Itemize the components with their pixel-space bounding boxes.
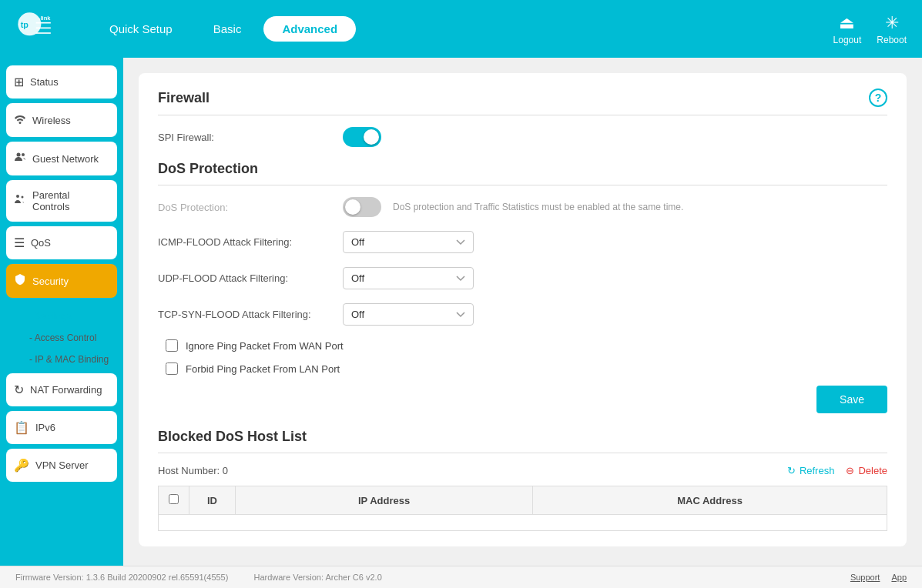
status-icon: ⊞: [14, 75, 24, 89]
sidebar-item-wireless[interactable]: Wireless: [6, 103, 117, 137]
firewall-section: Firewall ? SPI Firewall:: [158, 89, 887, 147]
delete-label: Delete: [858, 465, 887, 476]
forbid-ping-label: Forbid Ping Packet From LAN Port: [186, 363, 340, 375]
svg-point-9: [22, 196, 24, 199]
reboot-icon: ✳: [885, 13, 899, 33]
logout-button[interactable]: ⏏ Logout: [833, 13, 862, 45]
host-number-label: Host Number:: [158, 465, 220, 476]
sidebar-item-parental-label: Parental Controls: [32, 189, 109, 212]
footer: Firmware Version: 1.3.6 Build 20200902 r…: [0, 566, 922, 588]
dos-toggle[interactable]: [343, 197, 381, 217]
table-header-row: ID IP Address MAC Address: [159, 486, 887, 515]
tab-quick-setup[interactable]: Quick Setup: [91, 16, 191, 42]
svg-point-7: [22, 153, 25, 156]
nav-tabs: Quick Setup Basic Advanced: [91, 16, 833, 42]
security-icon: [14, 273, 26, 289]
table-head: ID IP Address MAC Address: [159, 486, 887, 515]
blocked-title: Blocked DoS Host List: [158, 429, 307, 445]
spi-label: SPI Firewall:: [158, 132, 343, 143]
sidebar-item-wireless-label: Wireless: [32, 115, 71, 126]
spi-toggle[interactable]: [343, 127, 381, 147]
app-link[interactable]: App: [891, 573, 907, 582]
select-all-checkbox[interactable]: [169, 494, 179, 504]
svg-point-8: [16, 195, 19, 198]
blocked-table: ID IP Address MAC Address: [158, 486, 887, 531]
spi-firewall-row: SPI Firewall:: [158, 127, 887, 147]
refresh-button[interactable]: ↻ Refresh: [787, 465, 835, 476]
forbid-ping-checkbox[interactable]: [166, 362, 178, 375]
sidebar-sub-ip-mac[interactable]: - IP & MAC Binding: [22, 349, 117, 370]
refresh-label: Refresh: [800, 465, 835, 476]
content-panel: Firewall ? SPI Firewall: DoS Protection: [139, 73, 907, 546]
sidebar-item-parental[interactable]: Parental Controls: [6, 180, 117, 222]
sidebar-item-security-label: Security: [32, 276, 69, 287]
empty-row: [159, 515, 887, 531]
icmp-label: ICMP-FLOOD Attack Filtering:: [158, 236, 343, 248]
tplink-logo-svg: tp -link: [15, 10, 54, 48]
ignore-ping-label: Ignore Ping Packet From WAN Port: [186, 340, 344, 352]
sidebar-item-status-label: Status: [30, 76, 59, 88]
firmware-version: Firmware Version: 1.3.6 Build 20200902 r…: [15, 573, 228, 582]
sidebar-item-ipv6[interactable]: 📋 IPv6: [6, 411, 117, 444]
reboot-button[interactable]: ✳ Reboot: [877, 13, 907, 45]
tab-advanced[interactable]: Advanced: [263, 16, 356, 42]
forbid-ping-row: Forbid Ping Packet From LAN Port: [166, 362, 887, 375]
footer-links: Support App: [850, 573, 907, 582]
ignore-ping-row: Ignore Ping Packet From WAN Port: [166, 339, 887, 352]
sidebar-item-status[interactable]: ⊞ Status: [6, 65, 117, 99]
footer-info: Firmware Version: 1.3.6 Build 20200902 r…: [15, 573, 382, 582]
sidebar-item-qos[interactable]: ☰ QoS: [6, 226, 117, 259]
spi-track: [343, 127, 381, 147]
table-row-empty: [159, 515, 887, 531]
svg-point-6: [17, 153, 21, 157]
nat-icon: ↻: [14, 383, 24, 397]
tcp-label: TCP-SYN-FLOOD Attack Filtering:: [158, 309, 343, 320]
sidebar-item-security[interactable]: Security: [6, 264, 117, 298]
settings-label: Settings: [35, 311, 71, 322]
content-area: Firewall ? SPI Firewall: DoS Protection: [123, 58, 922, 566]
tcp-select[interactable]: Off Low Medium High: [343, 303, 474, 326]
svg-text:-link: -link: [39, 15, 51, 22]
dos-title: DoS Protection: [158, 161, 258, 177]
qos-icon: ☰: [14, 236, 25, 250]
sidebar-item-vpn[interactable]: 🔑 VPN Server: [6, 449, 117, 482]
dos-protection-row: DoS Protection: DoS protection and Traff…: [158, 197, 887, 217]
delete-icon: ⊖: [846, 465, 854, 476]
ignore-ping-checkbox[interactable]: [166, 339, 178, 352]
blocked-header: Host Number: 0 ↻ Refresh ⊖ Delete: [158, 465, 887, 476]
guest-network-icon: [14, 151, 26, 166]
sidebar: ⊞ Status Wireless Guest Network Parental…: [0, 58, 123, 566]
tab-basic[interactable]: Basic: [195, 16, 260, 42]
firewall-help-icon[interactable]: ?: [869, 89, 887, 107]
top-nav: tp -link Quick Setup Basic Advanced ⏏ Lo…: [0, 0, 922, 58]
tcp-row: TCP-SYN-FLOOD Attack Filtering: Off Low …: [158, 303, 887, 326]
sidebar-item-nat[interactable]: ↻ NAT Forwarding: [6, 373, 117, 406]
ipv6-icon: 📋: [14, 420, 29, 435]
action-buttons: ↻ Refresh ⊖ Delete: [787, 465, 887, 476]
logout-label: Logout: [833, 35, 862, 45]
icmp-select[interactable]: Off Low Medium High: [343, 231, 474, 253]
dos-track: [343, 197, 381, 217]
support-link[interactable]: Support: [850, 573, 880, 582]
sidebar-sub-access-control[interactable]: - Access Control: [22, 327, 117, 349]
sidebar-item-guest-label: Guest Network: [32, 153, 99, 165]
hardware-version: Hardware Version: Archer C6 v2.0: [253, 573, 381, 582]
sidebar-sub-settings[interactable]: - Settings: [22, 306, 117, 327]
nav-actions: ⏏ Logout ✳ Reboot: [833, 13, 907, 45]
table-body: [159, 515, 887, 531]
firewall-title-row: Firewall ?: [158, 89, 887, 115]
main-layout: ⊞ Status Wireless Guest Network Parental…: [0, 58, 922, 566]
udp-select[interactable]: Off Low Medium High: [343, 267, 474, 289]
ip-mac-label: IP & MAC Binding: [35, 354, 109, 365]
col-id: ID: [189, 486, 236, 515]
parental-icon: [14, 193, 26, 209]
col-checkbox: [159, 486, 189, 515]
reboot-label: Reboot: [877, 35, 907, 45]
dos-section: DoS Protection DoS Protection: DoS prote…: [158, 161, 887, 413]
save-button[interactable]: Save: [816, 386, 887, 413]
delete-button[interactable]: ⊖ Delete: [846, 465, 887, 476]
spi-thumb: [364, 129, 379, 145]
logout-icon: ⏏: [839, 13, 855, 33]
sidebar-item-guest-network[interactable]: Guest Network: [6, 142, 117, 175]
dos-thumb: [345, 199, 360, 215]
